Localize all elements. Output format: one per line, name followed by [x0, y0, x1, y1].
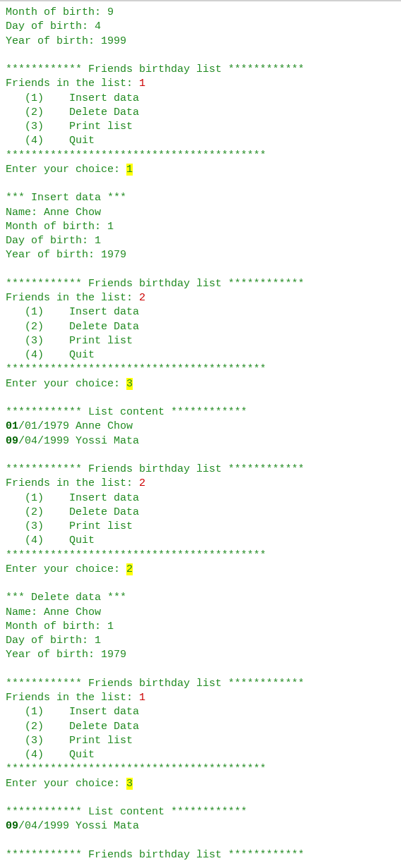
banner-2: ************ Friends birthday list *****…: [6, 277, 395, 291]
friends-count-4: Friends in the list: 1: [6, 691, 395, 705]
insert-name: Name: Anne Chow: [6, 206, 395, 220]
menu-opt-4: (4) Quit: [6, 348, 395, 362]
choice-prompt-4[interactable]: Enter your choice: 3: [6, 777, 395, 791]
list-row: 09/04/1999 Yossi Mata: [6, 819, 395, 833]
banner-1: ************ Friends birthday list *****…: [6, 63, 395, 77]
insert-header: *** Insert data ***: [6, 191, 395, 205]
menu-opt-2: (2) Delete Data: [6, 106, 395, 120]
blank: [6, 663, 395, 677]
menu-opt-1: (1) Insert data: [6, 305, 395, 319]
blank: [6, 791, 395, 805]
blank: [6, 448, 395, 463]
blank: [6, 263, 395, 277]
menu-opt-4: (4) Quit: [6, 748, 395, 762]
blank: [6, 177, 395, 191]
delete-month: Month of birth: 1: [6, 620, 395, 634]
blank: [6, 577, 395, 591]
menu-opt-4: (4) Quit: [6, 134, 395, 148]
choice-prompt-3[interactable]: Enter your choice: 2: [6, 563, 395, 577]
banner-5: ************ Friends birthday list *****…: [6, 848, 395, 862]
list-header-1: ************ List content ************: [6, 405, 395, 420]
blank: [6, 49, 395, 63]
banner-4: ************ Friends birthday list *****…: [6, 677, 395, 691]
menu-border-3: ****************************************…: [6, 549, 395, 563]
blank: [6, 391, 395, 405]
menu-opt-2: (2) Delete Data: [6, 506, 395, 520]
insert-day: Day of birth: 1: [6, 234, 395, 248]
menu-border-2: ****************************************…: [6, 362, 395, 377]
list-header-2: ************ List content ************: [6, 805, 395, 819]
menu-opt-1: (1) Insert data: [6, 92, 395, 106]
intro-day: Day of birth: 4: [6, 20, 395, 34]
menu-opt-3: (3) Print list: [6, 334, 395, 348]
delete-day: Day of birth: 1: [6, 634, 395, 648]
friends-count-2: Friends in the list: 2: [6, 291, 395, 305]
menu-border-4: ****************************************…: [6, 762, 395, 776]
menu-opt-1: (1) Insert data: [6, 705, 395, 719]
blank: [6, 834, 395, 848]
insert-month: Month of birth: 1: [6, 220, 395, 234]
menu-opt-4: (4) Quit: [6, 534, 395, 548]
menu-opt-1: (1) Insert data: [6, 491, 395, 506]
choice-prompt-1[interactable]: Enter your choice: 1: [6, 163, 395, 177]
friends-count-3: Friends in the list: 2: [6, 477, 395, 491]
intro-year: Year of birth: 1999: [6, 35, 395, 49]
list-row: 09/04/1999 Yossi Mata: [6, 434, 395, 448]
menu-opt-2: (2) Delete Data: [6, 320, 395, 334]
menu-opt-2: (2) Delete Data: [6, 720, 395, 734]
banner-3: ************ Friends birthday list *****…: [6, 463, 395, 477]
delete-year: Year of birth: 1979: [6, 648, 395, 662]
menu-opt-3: (3) Print list: [6, 734, 395, 748]
friends-count-1: Friends in the list: 1: [6, 77, 395, 91]
delete-name: Name: Anne Chow: [6, 606, 395, 620]
menu-opt-3: (3) Print list: [6, 520, 395, 534]
insert-year: Year of birth: 1979: [6, 248, 395, 262]
list-row: 01/01/1979 Anne Chow: [6, 420, 395, 434]
delete-header: *** Delete data ***: [6, 591, 395, 605]
intro-month: Month of birth: 9: [6, 6, 395, 20]
menu-border-1: ****************************************…: [6, 149, 395, 163]
choice-prompt-2[interactable]: Enter your choice: 3: [6, 377, 395, 391]
menu-opt-3: (3) Print list: [6, 120, 395, 134]
